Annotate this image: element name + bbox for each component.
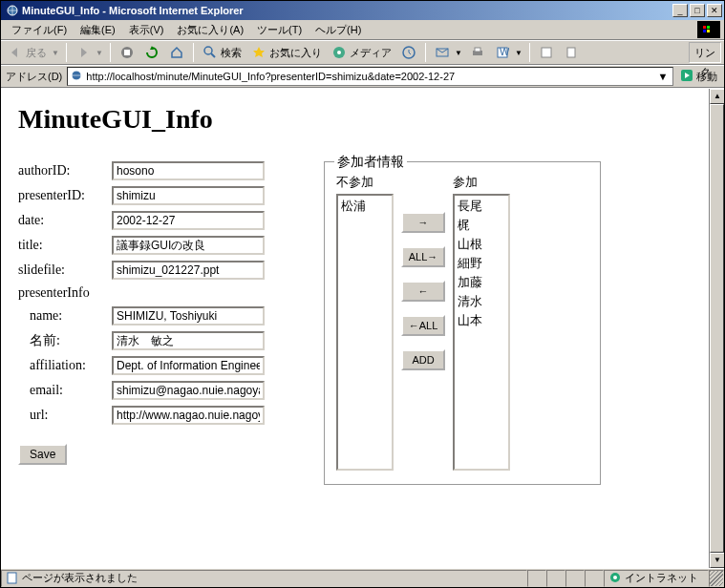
participants-legend: 参加者情報 — [334, 154, 407, 171]
discuss-icon — [539, 45, 554, 60]
back-button[interactable]: 戻る ▼ — [4, 42, 61, 63]
input-namae[interactable] — [112, 331, 265, 350]
ie-window: MinuteGUI_Info - Microsoft Internet Expl… — [0, 0, 725, 588]
history-icon — [401, 45, 416, 60]
maximize-button[interactable]: □ — [690, 4, 705, 17]
menubar: ファイル(F) 編集(E) 表示(V) お気に入り(A) ツール(T) ヘルプ(… — [1, 20, 724, 40]
scroll-up-button[interactable]: ▲ — [710, 89, 724, 104]
search-label: 検索 — [221, 46, 242, 60]
titlebar: MinuteGUI_Info - Microsoft Internet Expl… — [1, 1, 724, 20]
menu-view[interactable]: 表示(V) — [122, 21, 171, 39]
list-item[interactable]: 松浦 — [339, 197, 391, 216]
list-item[interactable]: 山根 — [456, 235, 507, 254]
svg-rect-2 — [703, 26, 706, 29]
discuss-button[interactable] — [535, 42, 558, 63]
mail-dropdown-icon: ▼ — [453, 49, 460, 57]
menu-file[interactable]: ファイル(F) — [5, 21, 74, 39]
go-label: 移動 — [696, 70, 717, 84]
stop-button[interactable] — [116, 42, 139, 63]
svg-rect-7 — [124, 50, 130, 55]
forward-icon — [75, 45, 91, 60]
status-message: ページが表示されました — [22, 571, 138, 585]
links-bar[interactable]: リンク — [689, 42, 721, 63]
url-dropdown-icon[interactable]: ▼ — [655, 71, 671, 82]
status-cell-4 — [585, 570, 604, 587]
svg-rect-3 — [707, 26, 710, 29]
media-label: メディア — [350, 46, 392, 60]
mail-icon — [435, 45, 450, 60]
input-url[interactable] — [112, 406, 265, 425]
menu-tools[interactable]: ツール(T) — [250, 21, 309, 39]
move-left-button[interactable]: ← — [401, 281, 445, 302]
svg-rect-19 — [567, 48, 575, 57]
back-icon — [8, 45, 23, 60]
forward-button[interactable]: ▼ — [72, 42, 105, 63]
input-date[interactable] — [112, 211, 265, 230]
input-slidefile[interactable] — [112, 261, 265, 280]
label-affiliation: affiliation: — [18, 358, 112, 373]
security-zone-cell: イントラネット — [604, 570, 709, 587]
scroll-down-button[interactable]: ▼ — [710, 553, 724, 568]
label-presenterinfo: presenterInfo — [18, 285, 295, 301]
messenger-button[interactable] — [560, 42, 583, 63]
svg-point-11 — [337, 51, 341, 54]
label-namae: 名前: — [18, 332, 112, 349]
input-name[interactable] — [112, 306, 265, 326]
print-icon — [470, 45, 485, 60]
scroll-track[interactable] — [710, 104, 724, 553]
list-item[interactable]: 山本 — [456, 311, 507, 330]
move-right-button[interactable]: → — [401, 212, 445, 233]
messenger-icon — [564, 45, 579, 60]
print-button[interactable] — [466, 42, 489, 63]
resize-grip[interactable] — [709, 570, 724, 587]
refresh-button[interactable] — [140, 42, 163, 63]
input-affiliation[interactable] — [112, 356, 265, 375]
list-item[interactable]: 加藤 — [456, 273, 507, 292]
list-item[interactable]: 細野 — [456, 254, 507, 273]
media-button[interactable]: メディア — [328, 42, 395, 63]
svg-rect-4 — [703, 30, 706, 32]
add-button[interactable]: ADD — [401, 349, 445, 370]
scroll-thumb[interactable] — [710, 104, 724, 553]
home-button[interactable] — [165, 42, 188, 63]
search-button[interactable]: 検索 — [199, 42, 245, 63]
history-button[interactable] — [397, 42, 420, 63]
svg-line-9 — [211, 53, 215, 57]
list-item[interactable]: 長尾 — [456, 197, 507, 216]
menu-help[interactable]: ヘルプ(H) — [309, 21, 368, 39]
absent-listbox[interactable]: 松浦 — [336, 194, 394, 471]
zone-label: イントラネット — [625, 571, 698, 585]
list-item[interactable]: 清水 — [456, 292, 507, 311]
label-url: url: — [18, 408, 112, 423]
close-button[interactable]: ✕ — [707, 4, 722, 17]
edit-icon: W — [495, 45, 510, 60]
menu-favorites[interactable]: お気に入り(A) — [170, 21, 250, 39]
minimize-button[interactable]: _ — [672, 4, 688, 17]
url-box[interactable]: ▼ — [67, 67, 673, 86]
content-area: MinuteGUI_Info authorID: presenterID: da… — [1, 88, 724, 568]
favorites-button[interactable]: お気に入り — [247, 42, 326, 63]
vertical-scrollbar[interactable]: ▲ ▼ — [709, 89, 724, 568]
go-button[interactable]: 移動 — [676, 69, 721, 84]
input-authorid[interactable] — [112, 161, 265, 180]
page-status-icon — [6, 571, 19, 586]
form-column: authorID: presenterID: date: title: slid… — [18, 161, 295, 465]
svg-rect-5 — [707, 30, 710, 32]
mail-button[interactable]: ▼ — [431, 42, 464, 63]
move-allright-button[interactable]: ALL→ — [401, 246, 445, 267]
input-presenterid[interactable] — [112, 186, 265, 205]
input-email[interactable] — [112, 381, 265, 400]
present-column: 参加 長尾 梶 山根 細野 加藤 清水 山本 — [453, 174, 510, 471]
window-title: MinuteGUI_Info - Microsoft Internet Expl… — [22, 5, 671, 16]
move-allleft-button[interactable]: ←ALL — [401, 315, 445, 336]
list-item[interactable]: 梶 — [456, 216, 507, 235]
url-input[interactable] — [86, 71, 652, 82]
status-message-cell: ページが表示されました — [1, 570, 527, 587]
edit-button[interactable]: W▼ — [491, 42, 524, 63]
save-button[interactable]: Save — [18, 444, 67, 465]
present-listbox[interactable]: 長尾 梶 山根 細野 加藤 清水 山本 — [453, 194, 510, 471]
menu-edit[interactable]: 編集(E) — [74, 21, 122, 39]
input-title[interactable] — [112, 236, 265, 255]
absent-header: 不参加 — [336, 174, 394, 191]
present-header: 参加 — [453, 174, 510, 191]
